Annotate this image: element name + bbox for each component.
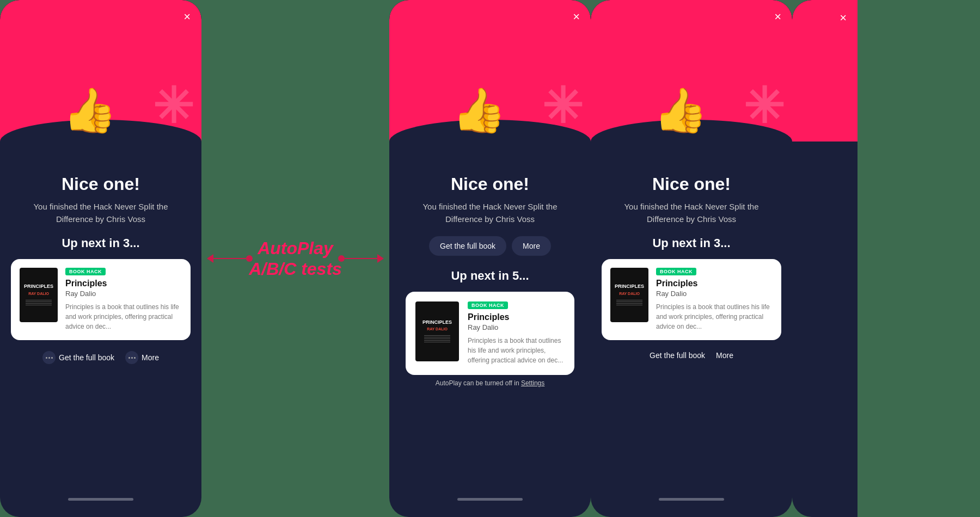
book-cover-lines-b — [424, 334, 450, 343]
close-button-b[interactable]: × — [573, 11, 580, 23]
action-buttons-b: Get the full book More — [429, 236, 551, 256]
panel-b-body: Nice one! You finished the Hack Never Sp… — [389, 141, 591, 517]
phone-panel-partial: × — [792, 0, 857, 517]
up-next-label-b: Up next in 5... — [451, 269, 529, 283]
book-author-a: Ray Dalio — [65, 290, 182, 298]
thumbs-up-illustration-a: 👍 — [63, 85, 117, 136]
panel-b-header: × ✳ 👍 — [389, 0, 591, 141]
up-next-label-c: Up next in 3... — [652, 236, 730, 250]
book-cover-lines-c — [616, 299, 642, 306]
book-desc-a: Principles is a book that outlines his l… — [65, 302, 182, 331]
close-button-partial[interactable]: × — [840, 11, 847, 25]
book-cover-title-b: PRINCIPLES — [422, 319, 452, 325]
thumbs-up-illustration-c: 👍 — [653, 85, 708, 136]
book-cover-author-a: RAY DALIO — [28, 292, 49, 296]
asterisk-decoration-b: ✳ — [542, 82, 583, 131]
nice-one-title-b: Nice one! — [451, 174, 529, 194]
asterisk-decoration-c: ✳ — [743, 82, 784, 131]
arrow-right-line — [345, 258, 377, 259]
partial-header: × — [792, 0, 857, 141]
panel-c-header: × ✳ 👍 — [591, 0, 792, 141]
annotation-area-left: AutoPlay A/B/C tests — [201, 0, 389, 517]
phone-panel-c: × ✳ 👍 Nice one! You finished the Hack Ne… — [591, 0, 792, 517]
arrow-left-dot — [246, 255, 253, 262]
subtitle-a: You finished the Hack Never Split the Di… — [24, 201, 177, 225]
book-cover-author-b: RAY DALIO — [427, 327, 448, 331]
close-button-c[interactable]: × — [774, 11, 781, 23]
book-info-b: BOOK HACK Principles Ray Dalio Principle… — [468, 301, 565, 365]
arrow-right-dot — [338, 255, 345, 262]
book-card-c: PRINCIPLES RAY DALIO BOOK HACK Principle… — [602, 259, 781, 340]
more-button-a[interactable]: More — [125, 351, 159, 364]
book-hack-badge-c: BOOK HACK — [656, 268, 696, 275]
book-info-c: BOOK HACK Principles Ray Dalio Principle… — [656, 268, 773, 331]
book-cover-title-a: PRINCIPLES — [24, 284, 53, 290]
bottom-buttons-c: Get the full book More — [650, 351, 733, 360]
book-author-b: Ray Dalio — [468, 323, 565, 331]
book-desc-b: Principles is a book that outlines his l… — [468, 336, 565, 365]
book-author-c: Ray Dalio — [656, 290, 773, 298]
nice-one-title-a: Nice one! — [62, 174, 140, 194]
book-title-c: Principles — [656, 279, 773, 288]
home-indicator-a — [68, 498, 133, 501]
phone-panel-b: × ✳ 👍 Nice one! You finished the Hack Ne… — [389, 0, 591, 517]
nice-one-title-c: Nice one! — [652, 174, 731, 194]
home-indicator-b — [457, 498, 523, 501]
book-cover-a: PRINCIPLES RAY DALIO — [20, 268, 58, 322]
get-full-book-button-c[interactable]: Get the full book — [650, 351, 705, 360]
get-full-book-button-a[interactable]: Get the full book — [42, 351, 114, 364]
up-next-label-a: Up next in 3... — [62, 236, 139, 250]
book-cover-author-c: RAY DALIO — [619, 292, 640, 296]
more-button-c[interactable]: More — [716, 351, 733, 360]
book-cover-b: PRINCIPLES RAY DALIO — [415, 301, 459, 361]
book-hack-badge-b: BOOK HACK — [468, 301, 508, 309]
arrow-left-line — [213, 258, 246, 259]
arrow-right-head — [377, 254, 384, 263]
book-cover-lines-a — [26, 299, 52, 306]
subtitle-b: You finished the Hack Never Split the Di… — [414, 201, 566, 225]
more-button-b[interactable]: More — [512, 236, 551, 256]
dots-icon-more-a — [125, 351, 138, 364]
subtitle-c: You finished the Hack Never Split the Di… — [615, 201, 768, 225]
autoplay-label: AutoPlay A/B/C tests — [249, 238, 342, 280]
panel-a-body: Nice one! You finished the Hack Never Sp… — [0, 141, 201, 517]
book-cover-c: PRINCIPLES RAY DALIO — [610, 268, 648, 322]
thumbs-up-illustration-b: 👍 — [452, 85, 506, 136]
arrow-left-head — [207, 254, 213, 263]
panel-c-body: Nice one! You finished the Hack Never Sp… — [591, 141, 792, 517]
bottom-buttons-a: Get the full book More — [42, 351, 159, 364]
home-indicator-c — [659, 498, 724, 501]
dots-icon-a — [42, 351, 56, 364]
book-info-a: BOOK HACK Principles Ray Dalio Principle… — [65, 268, 182, 331]
book-cover-title-c: PRINCIPLES — [615, 284, 644, 290]
phone-panel-a: × ✳ 👍 Nice one! You finished the Hack Ne… — [0, 0, 201, 517]
book-card-a: PRINCIPLES RAY DALIO BOOK HACK Principle… — [11, 259, 191, 340]
close-button-a[interactable]: × — [183, 11, 191, 23]
book-card-b: PRINCIPLES RAY DALIO BOOK HACK Principle… — [406, 292, 574, 375]
book-title-a: Principles — [65, 279, 182, 288]
asterisk-decoration-a: ✳ — [152, 82, 193, 131]
get-full-book-button-b[interactable]: Get the full book — [429, 236, 506, 256]
book-desc-c: Principles is a book that outlines his l… — [656, 302, 773, 331]
book-hack-badge-a: BOOK HACK — [65, 268, 106, 275]
panel-a-header: × ✳ 👍 — [0, 0, 201, 141]
autoplay-note-b: AutoPlay can be turned off in Settings — [436, 379, 545, 387]
book-title-b: Principles — [468, 312, 565, 322]
